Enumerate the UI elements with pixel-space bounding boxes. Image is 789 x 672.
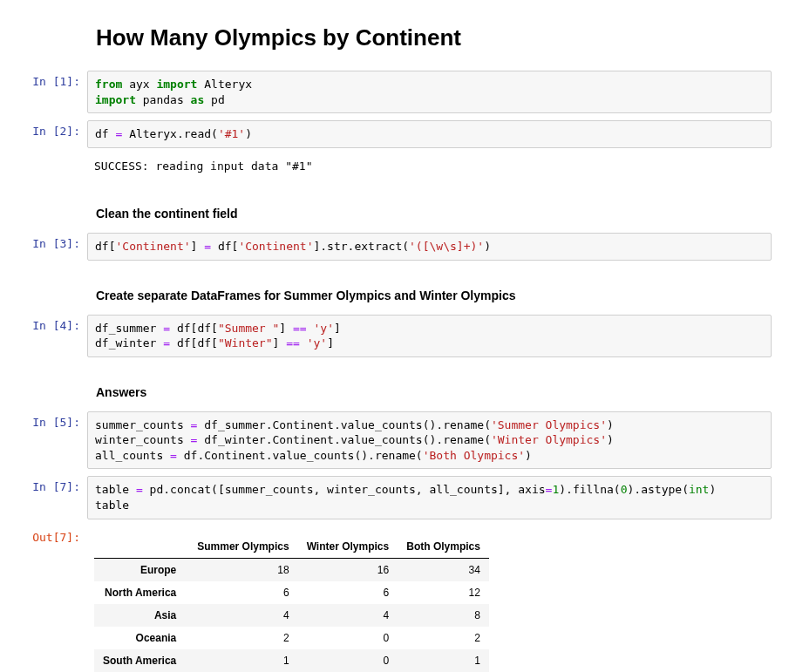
result-table: Summer Olympics Winter Olympics Both Oly… [94, 535, 489, 672]
cell: 6 [188, 581, 297, 604]
stdout: SUCCESS: reading input data "#1" [94, 159, 765, 174]
input-prompt: In [1]: [0, 71, 87, 88]
code: df_summer = df[df["Summer "] == 'y'] df_… [95, 321, 764, 351]
title-cell: How Many Olympics by Continent [0, 24, 789, 51]
notebook: How Many Olympics by Continent In [1]: f… [0, 0, 789, 672]
cell: 0 [298, 649, 398, 672]
row-index: Asia [94, 604, 188, 627]
input-area[interactable]: from ayx import Alteryx import pandas as… [87, 71, 772, 113]
cell: 2 [188, 627, 297, 649]
code-cell: In [4]: df_summer = df[df["Summer "] == … [0, 311, 789, 361]
input-area[interactable]: df['Continent'] = df['Continent'].str.ex… [87, 233, 772, 261]
output-cell: SUCCESS: reading input data "#1" [0, 152, 789, 183]
markdown-cell: Answers [0, 385, 789, 399]
code: df['Continent'] = df['Continent'].str.ex… [95, 239, 764, 255]
code-cell: In [1]: from ayx import Alteryx import p… [0, 67, 789, 117]
input-area[interactable]: df = Alteryx.read('#1') [87, 120, 772, 148]
table-row: Oceania 2 0 2 [94, 627, 489, 649]
input-prompt: In [2]: [0, 120, 87, 138]
table-row: South America 1 0 1 [94, 649, 489, 672]
code: df = Alteryx.read('#1') [95, 126, 764, 142]
cell: 2 [398, 627, 489, 649]
table-row: Asia 4 4 8 [94, 604, 489, 627]
cell: 4 [298, 604, 398, 627]
cell: 1 [398, 649, 489, 672]
input-prompt: In [4]: [0, 315, 87, 332]
table-row: North America 6 6 12 [94, 581, 489, 604]
section-heading: Clean the continent field [96, 207, 772, 221]
index-header [94, 535, 188, 559]
page-title: How Many Olympics by Continent [96, 24, 772, 51]
output-cell: Out[7]: Summer Olympics Winter Olympics … [0, 523, 789, 672]
code-cell: In [7]: table = pd.concat([summer_counts… [0, 472, 789, 522]
cell: 12 [398, 581, 489, 604]
table-head-row: Summer Olympics Winter Olympics Both Oly… [94, 535, 489, 559]
code-cell: In [3]: df['Continent'] = df['Continent'… [0, 229, 789, 264]
row-index: North America [94, 581, 188, 604]
output-area: SUCCESS: reading input data "#1" [87, 155, 772, 180]
input-area[interactable]: summer_counts = df_summer.Continent.valu… [87, 411, 772, 470]
code: from ayx import Alteryx import pandas as… [95, 77, 764, 107]
input-prompt: In [5]: [0, 411, 87, 429]
table-row: Europe 18 16 34 [94, 558, 489, 581]
row-index: South America [94, 649, 188, 672]
markdown-cell: Create separate DataFrames for Summer Ol… [0, 288, 789, 302]
input-prompt: In [7]: [0, 476, 87, 493]
cell: 34 [398, 558, 489, 581]
code: summer_counts = df_summer.Continent.valu… [95, 417, 764, 464]
column-header: Both Olympics [398, 535, 489, 559]
cell: 18 [188, 558, 297, 581]
empty-prompt [0, 155, 87, 166]
column-header: Summer Olympics [188, 535, 297, 559]
markdown-cell: Clean the continent field [0, 207, 789, 221]
section-heading: Answers [96, 385, 772, 399]
cell: 1 [188, 649, 297, 672]
output-area: Summer Olympics Winter Olympics Both Oly… [87, 526, 772, 672]
input-prompt: In [3]: [0, 233, 87, 250]
section-heading: Create separate DataFrames for Summer Ol… [96, 288, 772, 302]
code-cell: In [2]: df = Alteryx.read('#1') [0, 117, 789, 152]
code: table = pd.concat([summer_counts, winter… [95, 482, 764, 512]
cell: 4 [188, 604, 297, 627]
cell: 0 [298, 627, 398, 649]
row-index: Oceania [94, 627, 188, 649]
cell: 16 [298, 558, 398, 581]
cell: 6 [298, 581, 398, 604]
column-header: Winter Olympics [298, 535, 398, 559]
input-area[interactable]: table = pd.concat([summer_counts, winter… [87, 476, 772, 519]
cell: 8 [398, 604, 489, 627]
input-area[interactable]: df_summer = df[df["Summer "] == 'y'] df_… [87, 315, 772, 357]
output-prompt: Out[7]: [0, 526, 87, 544]
row-index: Europe [94, 558, 188, 581]
code-cell: In [5]: summer_counts = df_summer.Contin… [0, 408, 789, 473]
